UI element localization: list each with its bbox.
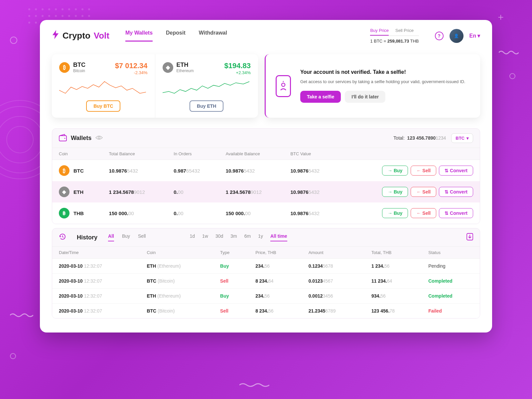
type: Sell [213, 274, 249, 289]
price-card-eth: ◆ ETH Ethereum $194.83 +2.34% Buy ETH [155, 54, 258, 118]
btc-icon: ₿ [59, 165, 69, 176]
svg-point-37 [65, 138, 66, 139]
total: 1 234.56 [365, 259, 422, 274]
svg-point-11 [75, 8, 77, 10]
btc-value: 10.98765432 [284, 160, 339, 182]
sell-button[interactable]: ← Sell [411, 208, 436, 218]
btc-symbol: BTC [73, 62, 85, 68]
total-currency-selector[interactable]: BTC ▾ [451, 133, 473, 143]
sell-button[interactable]: ← Sell [411, 166, 436, 176]
verify-title: Your account is not verified. Take a sel… [300, 69, 470, 75]
svg-point-5 [35, 8, 37, 10]
range-1d[interactable]: 1d [190, 233, 195, 241]
eth-icon: ◆ [59, 187, 69, 197]
eth-sparkline [163, 78, 249, 96]
svg-point-20 [68, 15, 70, 17]
col-btc-value: BTC Value [284, 148, 339, 160]
buy-button[interactable]: → Buy [382, 166, 408, 176]
type: Buy [213, 259, 249, 274]
wallets-table: Coin Total Balance In Orders Available B… [52, 148, 480, 224]
lightning-icon [52, 30, 59, 42]
sell-button[interactable]: ← Sell [411, 187, 436, 197]
range-30d[interactable]: 30d [215, 233, 223, 241]
amount: 0.00123456 [302, 289, 365, 304]
buy-btc-button[interactable]: Buy BTC [86, 100, 120, 112]
svg-point-16 [42, 15, 44, 17]
nav-deposit[interactable]: Deposit [166, 30, 186, 42]
svg-point-21 [75, 15, 77, 17]
svg-point-12 [81, 8, 83, 10]
bg-circle-deco [509, 73, 515, 79]
ethereum-icon: ◆ [163, 62, 173, 73]
col-price: Price, THB [249, 247, 302, 259]
bitcoin-icon: ₿ [59, 62, 70, 73]
coin-sym: THB [73, 210, 84, 216]
filter-all[interactable]: All [108, 233, 114, 241]
status: Failed [422, 304, 480, 319]
svg-point-9 [62, 8, 64, 10]
col-coin: Coin [140, 247, 213, 259]
tab-sell-price[interactable]: Sell Price [395, 28, 414, 36]
total-balance: 1 234.56789012 [102, 181, 167, 202]
datetime: 2020-03-10 12:32:07 [52, 259, 140, 274]
available-balance: 150 000.00 [219, 202, 284, 224]
coin: ETH (Ethereum) [140, 259, 213, 274]
table-row: 2020-03-10 12:32:07ETH (Ethereum)Buy234.… [52, 289, 480, 304]
coin-sym: BTC [73, 168, 84, 174]
history-icon [59, 233, 66, 242]
svg-point-24 [28, 22, 30, 24]
svg-point-6 [42, 8, 44, 10]
datetime: 2020-03-10 12:32:07 [52, 289, 140, 304]
tab-buy-price[interactable]: Buy Price [370, 28, 389, 36]
nav-my-wallets[interactable]: My Wallets [125, 30, 153, 42]
filter-buy[interactable]: Buy [122, 233, 130, 241]
logo[interactable]: CryptoVolt [52, 30, 109, 42]
history-table: Date/Time Coin Type Price, THB Amount To… [52, 246, 480, 318]
eth-change: +2.34% [224, 70, 251, 75]
buy-eth-button[interactable]: Buy ETH [190, 100, 223, 112]
nav-withdrawal[interactable]: Withdrawal [199, 30, 227, 42]
range-3m[interactable]: 3m [230, 233, 237, 241]
range-all-time[interactable]: All time [270, 233, 287, 241]
type: Buy [213, 289, 249, 304]
exchange-rate: 1 BTC = 259,081.73 THB [370, 39, 419, 44]
buy-button[interactable]: → Buy [382, 187, 408, 197]
download-icon[interactable] [466, 233, 473, 242]
language-selector[interactable]: En ▾ [469, 33, 480, 39]
table-row: 2020-03-10 12:32:07ETH (Ethereum)Buy234.… [52, 259, 480, 274]
status: Completed [422, 289, 480, 304]
eye-icon[interactable] [95, 135, 103, 142]
table-row: ₿BTC10.987654320.9876543210.9876543210.9… [52, 160, 480, 182]
filter-sell[interactable]: Sell [138, 233, 146, 241]
svg-point-22 [81, 15, 83, 17]
convert-button[interactable]: ⇅ Convert [439, 208, 473, 218]
price-cards: ₿ BTC Bitcoin $7 012.34 -2.34% Buy BTC [52, 54, 258, 118]
col-amount: Amount [302, 247, 365, 259]
range-1w[interactable]: 1w [202, 233, 208, 241]
convert-button[interactable]: ⇅ Convert [439, 187, 473, 197]
chevron-down-icon: ▾ [466, 136, 469, 141]
avatar[interactable]: 👤 [450, 29, 464, 43]
main-nav: My Wallets Deposit Withdrawal [125, 30, 227, 42]
col-status: Status [422, 247, 480, 259]
convert-button[interactable]: ⇅ Convert [439, 166, 473, 176]
take-selfie-button[interactable]: Take a selfie [300, 91, 341, 103]
col-total: Total, THB [365, 247, 422, 259]
wallets-title: Wallets [71, 135, 91, 142]
price: 8 234.64 [249, 274, 302, 289]
svg-point-34 [282, 83, 285, 86]
table-row: ◆ETH1 234.567890120.001 234.5678901210.9… [52, 181, 480, 202]
range-1y[interactable]: 1y [258, 233, 263, 241]
later-button[interactable]: I'll do it later [345, 91, 385, 103]
wallet-icon [59, 134, 67, 143]
svg-point-13 [88, 8, 90, 10]
lang-label: En [469, 33, 476, 39]
table-row: 2020-03-10 12:32:07BTC (Bitcoin)Sell8 23… [52, 304, 480, 319]
range-6m[interactable]: 6m [244, 233, 251, 241]
svg-point-0 [7, 126, 33, 153]
help-icon[interactable]: ? [435, 32, 444, 40]
bg-wave-deco [239, 382, 269, 389]
buy-button[interactable]: → Buy [382, 208, 408, 218]
price-box: Buy Price Sell Price 1 BTC = 259,081.73 … [370, 28, 419, 44]
bg-wave-deco [499, 50, 519, 57]
